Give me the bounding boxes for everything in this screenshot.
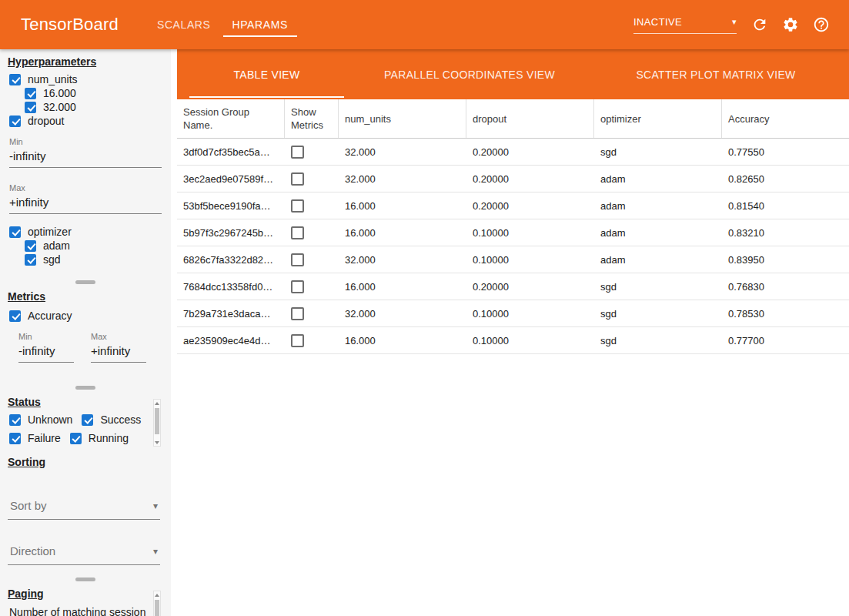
- scroll-down-icon[interactable]: [154, 439, 160, 446]
- show-metrics-cell: [285, 199, 339, 213]
- status-unknown-checkbox[interactable]: Unknown: [9, 413, 72, 427]
- accuracy-cell: 0.77700: [722, 335, 849, 346]
- dropout-cell: 0.20000: [466, 146, 594, 158]
- column-header-show-metrics[interactable]: Show Metrics: [285, 99, 339, 138]
- status-failure-label: Failure: [28, 432, 61, 444]
- table-row: ae235909ec4e4d… 16.000 0.10000 sgd 0.777…: [177, 327, 849, 354]
- accuracy-cell: 0.78530: [722, 308, 849, 320]
- section-resize-handle[interactable]: [75, 578, 95, 581]
- min-label: Min: [9, 137, 163, 146]
- dropout-cell: 0.10000: [466, 254, 594, 266]
- section-resize-handle[interactable]: [75, 280, 95, 284]
- checkbox-checked-icon: [9, 433, 21, 444]
- reload-status-dropdown[interactable]: INACTIVE ▾: [633, 16, 737, 34]
- accuracy-cell: 0.83950: [722, 254, 849, 266]
- paging-section: Paging Number of matching session groups…: [0, 588, 171, 616]
- status-failure-checkbox[interactable]: Failure: [9, 431, 61, 445]
- chevron-down-icon: ▾: [732, 18, 737, 26]
- column-header-accuracy[interactable]: Accuracy: [722, 99, 849, 138]
- hparam-num-units-checkbox[interactable]: num_units: [9, 72, 171, 86]
- show-metrics-cell: [285, 280, 339, 293]
- scroll-up-icon[interactable]: [154, 400, 160, 407]
- optimizer-value-sgd-label: sgd: [43, 253, 61, 266]
- hyperparameters-heading: Hyperparameters: [8, 55, 171, 68]
- metric-min-input[interactable]: [18, 341, 74, 363]
- optimizer-value-adam-checkbox[interactable]: adam: [25, 239, 171, 253]
- checkbox-checked-icon: [25, 254, 36, 266]
- show-metrics-checkbox[interactable]: [291, 280, 304, 293]
- optimizer-cell: adam: [594, 254, 722, 266]
- dropout-min-field: Min: [9, 137, 163, 168]
- num-units-value-16-checkbox[interactable]: 16.000: [25, 86, 171, 100]
- view-tabs: TABLE VIEW PARALLEL COORDINATES VIEW SCA…: [177, 49, 849, 99]
- chevron-down-icon: ▾: [153, 547, 158, 556]
- checkbox-checked-icon: [9, 226, 21, 238]
- accuracy-cell: 0.81540: [722, 200, 849, 212]
- show-metrics-checkbox[interactable]: [291, 199, 304, 213]
- scrollbar-thumb[interactable]: [155, 600, 159, 616]
- num-units-value-32-checkbox[interactable]: 32.000: [25, 100, 171, 114]
- metrics-heading: Metrics: [8, 290, 171, 303]
- settings-button[interactable]: [775, 9, 806, 40]
- max-label: Max: [9, 183, 163, 192]
- scroll-up-icon[interactable]: [154, 591, 160, 598]
- dropout-min-input[interactable]: [9, 146, 162, 168]
- tab-hparams[interactable]: HPARAMS: [222, 0, 299, 49]
- show-metrics-checkbox[interactable]: [291, 146, 304, 159]
- column-header-num-units[interactable]: num_units: [339, 99, 466, 138]
- show-metrics-cell: [285, 172, 339, 186]
- optimizer-value-adam-label: adam: [43, 239, 70, 252]
- show-metrics-checkbox[interactable]: [291, 253, 304, 266]
- session-group-name-cell: ae235909ec4e4d…: [177, 335, 285, 346]
- show-metrics-checkbox[interactable]: [291, 172, 304, 186]
- show-metrics-cell: [285, 307, 339, 320]
- accuracy-cell: 0.82650: [722, 173, 849, 185]
- column-header-dropout[interactable]: dropout: [466, 99, 594, 138]
- app-title[interactable]: TensorBoard: [21, 15, 119, 35]
- hparam-optimizer-checkbox[interactable]: optimizer: [9, 225, 171, 239]
- paging-scrollbar[interactable]: [153, 591, 161, 616]
- sort-by-select[interactable]: Sort by ▾: [8, 494, 160, 520]
- status-row: Unknown Success: [0, 413, 171, 427]
- show-metrics-cell: [285, 253, 339, 266]
- table-row: 3ec2aed9e07589f… 32.000 0.20000 adam 0.8…: [177, 166, 849, 192]
- optimizer-value-sgd-checkbox[interactable]: sgd: [25, 253, 171, 266]
- tab-scalars[interactable]: SCALARS: [146, 0, 222, 49]
- session-group-name-cell: 6826c7fa3322d82…: [177, 254, 285, 266]
- status-running-checkbox[interactable]: Running: [70, 431, 129, 445]
- dropout-cell: 0.20000: [466, 200, 594, 212]
- show-metrics-checkbox[interactable]: [291, 226, 304, 239]
- help-button[interactable]: [806, 9, 837, 40]
- num-units-cell: 32.000: [339, 254, 466, 266]
- dropout-cell: 0.10000: [466, 335, 594, 346]
- optimizer-cell: adam: [594, 227, 722, 239]
- session-group-name-cell: 7b29a731e3daca…: [177, 308, 285, 320]
- show-metrics-checkbox[interactable]: [291, 334, 304, 347]
- scrollbar-thumb[interactable]: [155, 408, 159, 434]
- metric-accuracy-checkbox[interactable]: Accuracy: [9, 309, 171, 323]
- tab-scatter-plot-matrix-view[interactable]: SCATTER PLOT MATRIX VIEW: [583, 49, 849, 99]
- optimizer-cell: adam: [594, 200, 722, 212]
- num-units-cell: 16.000: [339, 200, 466, 212]
- status-success-checkbox[interactable]: Success: [82, 413, 141, 427]
- direction-select[interactable]: Direction ▾: [8, 540, 160, 565]
- sorting-heading: Sorting: [8, 456, 171, 468]
- tab-table-view[interactable]: TABLE VIEW: [177, 49, 356, 99]
- status-running-label: Running: [89, 432, 129, 444]
- optimizer-cell: sgd: [594, 308, 722, 320]
- status-scrollbar[interactable]: [153, 399, 161, 447]
- table-body: 3df0d7cf35bec5a… 32.000 0.20000 sgd 0.77…: [177, 139, 849, 354]
- hparam-num-units-label: num_units: [28, 73, 78, 85]
- metric-max-input[interactable]: [91, 341, 146, 363]
- column-header-session-group-name[interactable]: Session Group Name.: [177, 99, 285, 138]
- num-units-value-32-label: 32.000: [43, 101, 76, 113]
- hparam-dropout-checkbox[interactable]: dropout: [9, 114, 171, 128]
- dropout-max-input[interactable]: [9, 192, 162, 214]
- metric-max-field: Max: [91, 332, 146, 363]
- tab-parallel-coordinates-view[interactable]: PARALLEL COORDINATES VIEW: [356, 49, 583, 99]
- num-units-cell: 16.000: [339, 281, 466, 293]
- column-header-optimizer[interactable]: optimizer: [594, 99, 722, 138]
- refresh-button[interactable]: [744, 9, 775, 40]
- show-metrics-checkbox[interactable]: [291, 307, 304, 320]
- section-resize-handle[interactable]: [75, 386, 95, 390]
